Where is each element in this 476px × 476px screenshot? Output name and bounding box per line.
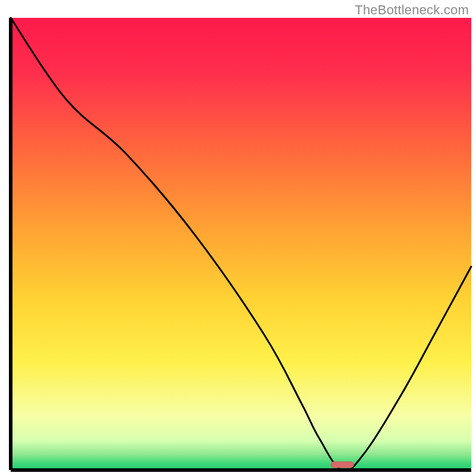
optimal-range-marker (331, 462, 354, 468)
gradient-background (11, 18, 471, 470)
watermark-text: TheBottleneck.com (355, 2, 469, 18)
bottleneck-chart (0, 0, 476, 476)
chart-container: TheBottleneck.com (0, 0, 476, 476)
